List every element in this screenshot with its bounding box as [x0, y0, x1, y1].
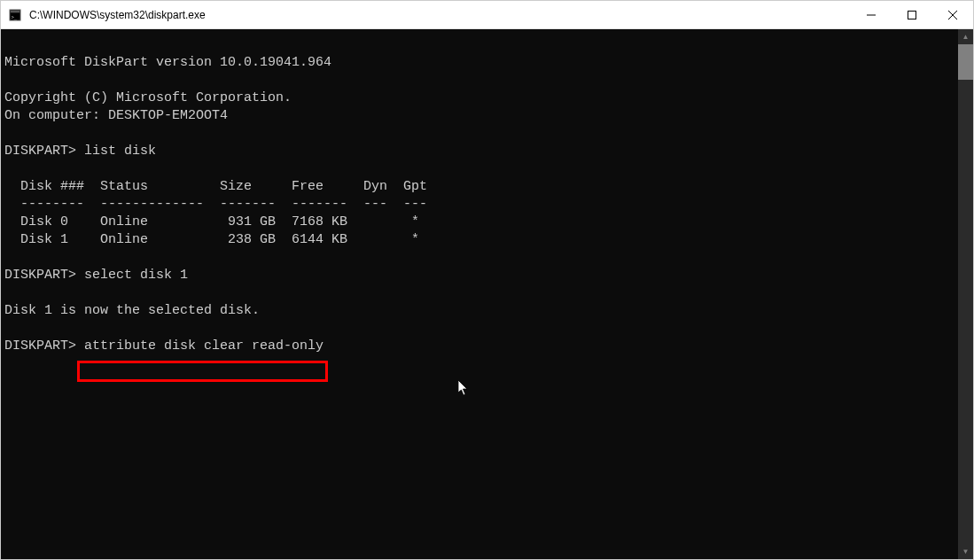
prompt-1: DISKPART> — [4, 144, 84, 159]
empty-line — [4, 37, 12, 52]
scroll-thumb[interactable] — [958, 44, 973, 80]
select-result: Disk 1 is now the selected disk. — [4, 303, 260, 318]
scrollbar[interactable]: ▲ ▼ — [958, 29, 973, 559]
command-3: attribute disk clear read-only — [84, 338, 323, 354]
computer-line: On computer: DESKTOP-EM2OOT4 — [4, 108, 228, 123]
table-header: Disk ### Status Size Free Dyn Gpt — [4, 179, 427, 194]
titlebar[interactable]: >_ C:\WINDOWS\system32\diskpart.exe — [1, 1, 973, 29]
table-row-1: Disk 1 Online 238 GB 6144 KB * — [4, 232, 419, 247]
app-window: >_ C:\WINDOWS\system32\diskpart.exe Micr… — [0, 0, 974, 560]
window-title: C:\WINDOWS\system32\diskpart.exe — [29, 9, 851, 21]
command-1: list disk — [84, 144, 156, 159]
minimize-button[interactable] — [851, 1, 892, 28]
table-divider: -------- ------------- ------- ------- -… — [4, 197, 427, 212]
scroll-up-button[interactable]: ▲ — [958, 29, 973, 44]
copyright-line: Copyright (C) Microsoft Corporation. — [4, 90, 292, 105]
prompt-3: DISKPART> — [4, 338, 84, 354]
window-controls — [851, 1, 973, 28]
table-row-0: Disk 0 Online 931 GB 7168 KB * — [4, 214, 419, 229]
prompt-2: DISKPART> — [4, 268, 84, 283]
close-button[interactable] — [932, 1, 973, 28]
svg-text:>_: >_ — [12, 13, 18, 19]
svg-rect-1 — [11, 10, 20, 12]
maximize-button[interactable] — [892, 1, 932, 28]
svg-rect-4 — [908, 11, 916, 19]
command-2: select disk 1 — [84, 268, 188, 283]
console-output[interactable]: Microsoft DiskPart version 10.0.19041.96… — [1, 29, 958, 559]
app-icon: >_ — [8, 8, 22, 22]
version-line: Microsoft DiskPart version 10.0.19041.96… — [4, 55, 331, 70]
scroll-down-button[interactable]: ▼ — [958, 544, 973, 559]
console-area: Microsoft DiskPart version 10.0.19041.96… — [1, 29, 973, 559]
